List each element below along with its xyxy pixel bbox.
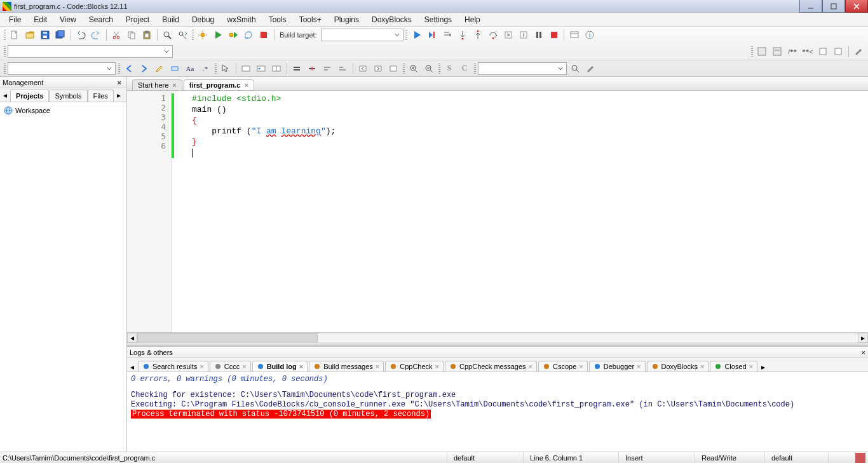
paste-icon[interactable]: [140, 28, 154, 42]
logs-tab-build-messages[interactable]: Build messages×: [309, 361, 384, 372]
menu-build[interactable]: Build: [156, 13, 186, 26]
match-case-icon[interactable]: Aa: [183, 62, 197, 76]
logs-tab-closed[interactable]: Closed×: [710, 361, 757, 372]
tab-scroll-right-icon[interactable]: ▸: [114, 88, 124, 102]
debug-info-icon[interactable]: i: [583, 28, 597, 42]
doxy-block-comment-icon[interactable]: /**: [785, 44, 799, 58]
regex-icon[interactable]: .*: [198, 62, 212, 76]
toolbar-grip[interactable]: [402, 62, 405, 76]
toolbar-grip[interactable]: [3, 44, 6, 58]
management-tab-files[interactable]: Files: [88, 90, 114, 102]
tab-scroll-right-icon[interactable]: ▸: [758, 363, 768, 372]
scroll-left-icon[interactable]: ◂: [127, 333, 137, 343]
logs-tab-build-log[interactable]: Build log×: [252, 361, 308, 372]
menu-tools[interactable]: Tools: [262, 13, 293, 26]
doxy-chm-icon[interactable]: [831, 44, 845, 58]
toolbar-grip[interactable]: [3, 62, 6, 76]
menu-help[interactable]: Help: [458, 13, 487, 26]
open-files-combo[interactable]: [8, 62, 116, 75]
nav-forward-icon[interactable]: [137, 62, 151, 76]
zoom-out-icon[interactable]: [422, 62, 436, 76]
menu-file[interactable]: File: [3, 13, 27, 26]
stop-debug-icon[interactable]: [547, 28, 561, 42]
tab-close-icon[interactable]: ×: [637, 363, 641, 370]
logs-tab-cscope[interactable]: Cscope×: [538, 361, 588, 372]
menu-debug[interactable]: Debug: [186, 13, 220, 26]
tab-close-icon[interactable]: ×: [200, 363, 203, 370]
close-button[interactable]: [845, 0, 868, 13]
save-all-icon[interactable]: [53, 28, 67, 42]
doxy-config-icon[interactable]: [851, 44, 865, 58]
doxy-html-icon[interactable]: [816, 44, 830, 58]
logs-tab-cccc[interactable]: Cccc×: [210, 361, 251, 372]
letter-s-icon[interactable]: S: [442, 62, 456, 76]
toolbar-grip[interactable]: [117, 62, 121, 76]
tab-close-icon[interactable]: ×: [579, 363, 583, 370]
letter-c-icon[interactable]: C: [458, 62, 471, 76]
toolbar-grip[interactable]: [437, 62, 441, 76]
upper-icon[interactable]: [320, 62, 334, 76]
tab-close-icon[interactable]: ×: [299, 363, 303, 370]
save-icon[interactable]: [38, 28, 52, 42]
toolbar-grip[interactable]: [3, 28, 6, 42]
build-log-body[interactable]: 0 errors, 0 warnings (0 minutes, 0 secon…: [127, 372, 868, 452]
tab-scroll-left-icon[interactable]: ◂: [0, 88, 10, 102]
tab-close-icon[interactable]: ×: [749, 363, 753, 370]
step-out-icon[interactable]: [471, 28, 485, 42]
logs-tab-search-results[interactable]: Search results×: [138, 361, 208, 372]
thread-options-icon[interactable]: [583, 62, 597, 76]
management-tab-projects[interactable]: Projects: [10, 90, 49, 102]
logs-tab-doxyblocks[interactable]: DoxyBlocks×: [647, 361, 709, 372]
zoom-in-icon[interactable]: [407, 62, 421, 76]
thread-search-combo[interactable]: [478, 62, 567, 75]
scroll-right-icon[interactable]: ▸: [858, 333, 868, 343]
goto-next-icon[interactable]: [371, 62, 385, 76]
highlight-icon[interactable]: [153, 62, 166, 76]
copy-icon[interactable]: [125, 28, 139, 42]
debug-windows-icon[interactable]: [567, 28, 581, 42]
toggle-source-icon[interactable]: [269, 62, 283, 76]
del-line-icon[interactable]: [305, 62, 319, 76]
logs-tab-cppcheck-messages[interactable]: CppCheck messages×: [445, 361, 537, 372]
tab-scroll-left-icon[interactable]: ◂: [127, 363, 137, 372]
menu-doxyblocks[interactable]: DoxyBlocks: [365, 13, 418, 26]
undo-icon[interactable]: [74, 28, 88, 42]
next-instr-icon[interactable]: [501, 28, 515, 42]
rebuild-icon[interactable]: [241, 28, 255, 42]
gear-icon[interactable]: [196, 28, 210, 42]
toolbar-grip[interactable]: [214, 62, 217, 76]
stop-build-icon[interactable]: [257, 28, 271, 42]
toolbar-grip[interactable]: [750, 44, 754, 58]
tab-close-icon[interactable]: ×: [242, 363, 246, 370]
cut-icon[interactable]: [109, 28, 123, 42]
tab-close-icon[interactable]: ×: [172, 81, 176, 89]
nav-back-icon[interactable]: [122, 62, 136, 76]
next-line-icon[interactable]: [440, 28, 454, 42]
code-editor[interactable]: 123456 #include <stdio.h>main (){ printf…: [127, 91, 868, 332]
logs-tab-cppcheck[interactable]: CppCheck×: [385, 361, 444, 372]
toolbar-grip[interactable]: [473, 62, 477, 76]
doxy-extract-icon[interactable]: [770, 44, 784, 58]
toolbar-grip[interactable]: [191, 28, 194, 42]
editor-tab-first_program-c[interactable]: first_program.c×: [184, 79, 254, 90]
scroll-thumb[interactable]: [137, 333, 318, 342]
menu-plugins[interactable]: Plugins: [328, 13, 365, 26]
toggle-comment-icon[interactable]: [239, 62, 253, 76]
lower-icon[interactable]: [336, 62, 349, 76]
select-icon[interactable]: [219, 62, 233, 76]
dup-line-icon[interactable]: [290, 62, 304, 76]
clear-all-icon[interactable]: [386, 62, 400, 76]
menu-view[interactable]: View: [53, 13, 83, 26]
menu-edit[interactable]: Edit: [27, 13, 53, 26]
tab-close-icon[interactable]: ×: [244, 81, 248, 89]
toggle-bookmark-icon[interactable]: [254, 62, 268, 76]
menu-project[interactable]: Project: [119, 13, 156, 26]
redo-icon[interactable]: [89, 28, 103, 42]
code-content[interactable]: #include <stdio.h>main (){ printf ("I am…: [174, 91, 868, 158]
replace-icon[interactable]: [175, 28, 189, 42]
logs-close-button[interactable]: ×: [862, 349, 865, 356]
menu-tools-[interactable]: Tools+: [293, 13, 328, 26]
step-over-icon[interactable]: [486, 28, 500, 42]
debug-start-icon[interactable]: [410, 28, 424, 42]
thread-search-icon[interactable]: [568, 62, 582, 76]
